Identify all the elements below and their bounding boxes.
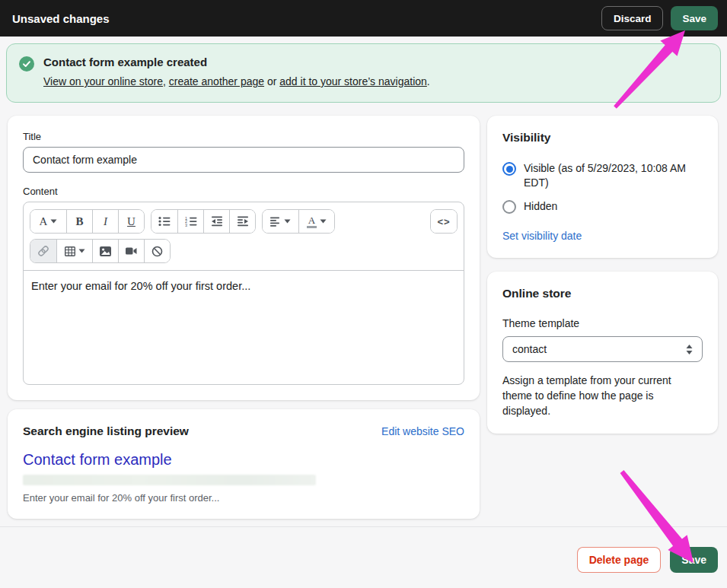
indent-button[interactable] bbox=[229, 210, 255, 233]
theme-template-help-text: Assign a template from your current them… bbox=[502, 373, 703, 418]
save-button-bottom[interactable]: Save bbox=[670, 547, 718, 573]
banner-separator: . bbox=[427, 75, 430, 87]
link-icon bbox=[37, 245, 49, 257]
numbered-list-button[interactable]: 1 2 3 bbox=[177, 210, 203, 233]
banner-separator: , bbox=[163, 75, 169, 87]
visibility-heading: Visibility bbox=[502, 131, 703, 145]
success-check-icon bbox=[19, 56, 34, 91]
editor-toolbar: A B I U bbox=[24, 202, 464, 270]
image-icon bbox=[100, 246, 111, 256]
left-column: Title Content A B bbox=[8, 116, 480, 519]
numbered-list-icon: 1 2 3 bbox=[185, 216, 197, 227]
create-another-page-link[interactable]: create another page bbox=[169, 75, 264, 87]
save-button-top[interactable]: Save bbox=[671, 6, 718, 30]
select-updown-icon bbox=[686, 345, 693, 354]
insert-video-button[interactable] bbox=[118, 240, 144, 262]
banner-separator: or bbox=[264, 75, 279, 87]
page-editor-card: Title Content A B bbox=[8, 116, 480, 400]
svg-text:3: 3 bbox=[185, 223, 187, 227]
insert-group bbox=[30, 239, 171, 263]
insert-image-button[interactable] bbox=[92, 240, 118, 262]
page-footer: Delete page Save bbox=[0, 526, 727, 580]
set-visibility-date-link[interactable]: Set visibility date bbox=[502, 230, 582, 242]
text-style-dropdown-button[interactable]: A bbox=[30, 210, 66, 233]
title-label: Title bbox=[23, 131, 464, 142]
title-input[interactable] bbox=[23, 147, 464, 173]
chevron-down-icon bbox=[78, 249, 85, 253]
align-color-group: A bbox=[262, 209, 335, 234]
hidden-radio-option[interactable]: Hidden bbox=[502, 199, 703, 214]
online-store-heading: Online store bbox=[502, 287, 703, 300]
indent-icon bbox=[237, 216, 249, 227]
chevron-down-icon bbox=[320, 219, 327, 224]
visibility-options: Visible (as of 5/29/2023, 10:08 AM EDT) … bbox=[502, 161, 703, 214]
list-indent-group: 1 2 3 bbox=[151, 209, 256, 234]
content-textarea[interactable]: Enter your email for 20% off your first … bbox=[24, 270, 464, 384]
add-to-navigation-link[interactable]: add it to your store’s navigation bbox=[279, 75, 427, 87]
visible-radio-option[interactable]: Visible (as of 5/29/2023, 10:08 AM EDT) bbox=[502, 161, 703, 190]
success-banner: Contact form example created View on you… bbox=[6, 43, 721, 103]
align-left-icon bbox=[270, 217, 281, 227]
unsaved-changes-bar: Unsaved changes Discard Save bbox=[0, 0, 727, 37]
radio-unselected-icon[interactable] bbox=[502, 200, 516, 214]
seo-preview-url-redacted bbox=[23, 475, 316, 485]
visible-radio-label: Visible (as of 5/29/2023, 10:08 AM EDT) bbox=[524, 161, 703, 190]
seo-preview-title: Contact form example bbox=[23, 451, 464, 469]
bulleted-list-icon bbox=[158, 216, 171, 227]
outdent-icon bbox=[211, 216, 223, 227]
code-icon: <> bbox=[437, 216, 450, 227]
text-style-icon: A bbox=[40, 216, 48, 227]
underline-icon: U bbox=[127, 216, 136, 227]
delete-page-button[interactable]: Delete page bbox=[577, 547, 662, 573]
title-field-group: Title bbox=[23, 131, 464, 173]
seo-preview-description: Enter your email for 20% off your first … bbox=[23, 492, 464, 504]
content-label: Content bbox=[23, 186, 464, 197]
rich-text-editor: A B I U bbox=[23, 202, 464, 385]
banner-content: Contact form example created View on you… bbox=[43, 56, 430, 91]
underline-button[interactable]: U bbox=[118, 210, 144, 233]
view-on-store-link[interactable]: View on your online store bbox=[43, 75, 163, 87]
video-icon bbox=[126, 246, 137, 256]
radio-selected-icon[interactable] bbox=[502, 162, 516, 176]
code-group: <> bbox=[430, 209, 458, 234]
show-html-button[interactable]: <> bbox=[431, 210, 457, 233]
bold-button[interactable]: B bbox=[66, 210, 92, 233]
insert-table-dropdown-button[interactable] bbox=[56, 240, 92, 262]
seo-card-header: Search engine listing preview Edit websi… bbox=[23, 424, 464, 438]
main-content: Title Content A B bbox=[0, 103, 727, 519]
theme-template-label: Theme template bbox=[502, 317, 703, 329]
discard-button[interactable]: Discard bbox=[601, 6, 664, 30]
insert-link-button[interactable] bbox=[30, 240, 56, 262]
toolbar-row-2 bbox=[30, 239, 458, 263]
banner-title: Contact form example created bbox=[43, 56, 430, 68]
text-format-group: A B I U bbox=[30, 209, 145, 234]
visibility-card: Visibility Visible (as of 5/29/2023, 10:… bbox=[487, 116, 718, 258]
right-column: Visibility Visible (as of 5/29/2023, 10:… bbox=[487, 116, 718, 434]
online-store-card: Online store Theme template contact Assi… bbox=[487, 272, 718, 434]
text-color-icon: A bbox=[307, 215, 317, 228]
bulleted-list-button[interactable] bbox=[151, 210, 177, 233]
bold-icon: B bbox=[75, 216, 83, 227]
edit-website-seo-link[interactable]: Edit website SEO bbox=[381, 425, 464, 437]
prohibit-icon bbox=[151, 246, 163, 257]
hidden-radio-label: Hidden bbox=[524, 199, 557, 214]
toolbar-row-1: A B I U bbox=[30, 209, 458, 234]
text-color-dropdown-button[interactable]: A bbox=[298, 210, 334, 233]
seo-card-heading: Search engine listing preview bbox=[23, 424, 189, 438]
topbar-actions: Discard Save bbox=[601, 6, 718, 30]
theme-template-select[interactable]: contact bbox=[502, 336, 703, 362]
italic-button[interactable]: I bbox=[92, 210, 118, 233]
clear-formatting-button[interactable] bbox=[144, 240, 170, 262]
chevron-down-icon bbox=[284, 219, 291, 224]
alignment-dropdown-button[interactable] bbox=[263, 210, 298, 233]
unsaved-changes-title: Unsaved changes bbox=[12, 12, 110, 25]
table-icon bbox=[65, 246, 75, 256]
theme-template-value: contact bbox=[512, 343, 547, 355]
seo-preview-card: Search engine listing preview Edit websi… bbox=[8, 409, 480, 519]
banner-links: View on your online store, create anothe… bbox=[43, 75, 430, 87]
outdent-button[interactable] bbox=[203, 210, 229, 233]
chevron-down-icon bbox=[50, 219, 57, 224]
italic-icon: I bbox=[104, 216, 107, 227]
